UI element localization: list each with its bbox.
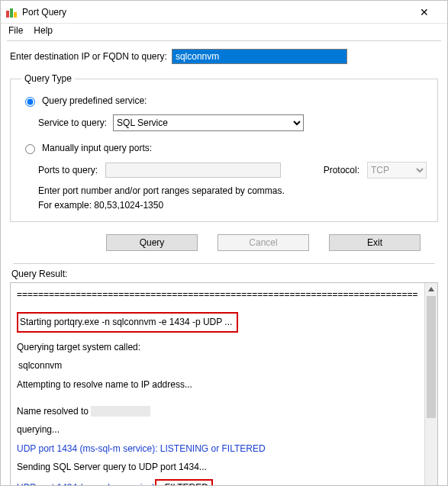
result-label: Query Result: (11, 269, 438, 279)
svg-rect-0 (6, 11, 9, 18)
manual-radio-label: Manually input query ports: (42, 143, 152, 153)
exit-button[interactable]: Exit (329, 234, 421, 251)
ports-input (105, 163, 281, 178)
destination-row: Enter destination IP or FQDN to query: (10, 49, 438, 64)
manual-radio-row: Manually input query ports: (21, 142, 427, 154)
result-box: ========================================… (10, 282, 438, 486)
result-separator-line: ========================================… (17, 288, 418, 302)
close-button[interactable]: ✕ (408, 2, 441, 23)
scroll-up-icon[interactable] (425, 283, 437, 296)
result-udp-filtered-line: UDP port 1434 (ms-sql-m service): FILTER… (17, 479, 418, 486)
highlight-starting-cmd: Starting portqry.exe -n sqlconnvm -e 143… (17, 312, 238, 333)
menu-bar: File Help (1, 24, 447, 39)
svg-rect-2 (14, 12, 17, 18)
predefined-radio-label: Query predefined service: (42, 95, 147, 106)
menu-divider (7, 40, 441, 41)
result-text-area[interactable]: ========================================… (11, 283, 424, 486)
result-resolved-prefix: Name resolved to (17, 406, 91, 417)
destination-label: Enter destination IP or FQDN to query: (10, 51, 167, 62)
ports-hint-2: For example: 80,53,1024-1350 (38, 199, 427, 212)
scroll-track[interactable] (425, 296, 437, 486)
query-type-legend: Query Type (21, 73, 75, 84)
protocol-label: Protocol: (324, 165, 359, 175)
result-starting: Starting portqry.exe -n sqlconnvm -e 143… (20, 317, 232, 327)
predefined-radio[interactable] (25, 97, 35, 107)
section-divider (13, 263, 435, 264)
scrollbar-thumb[interactable] (427, 296, 436, 418)
button-row: Query Cancel Exit (10, 227, 438, 259)
query-type-group: Query Type Query predefined service: Ser… (10, 73, 438, 222)
svg-rect-1 (10, 8, 13, 18)
menu-file[interactable]: File (8, 25, 23, 36)
redacted-ip (91, 406, 150, 417)
ports-row: Ports to query: Protocol: TCP (38, 162, 427, 179)
result-target-name: sqlconnvm (17, 359, 418, 373)
query-button[interactable]: Query (106, 234, 198, 251)
menu-help[interactable]: Help (34, 25, 53, 36)
title-bar: Port Query ✕ (1, 1, 447, 24)
service-select[interactable]: SQL Service (113, 114, 304, 131)
result-sending: Sending SQL Server query to UDP port 143… (17, 460, 418, 475)
result-attempting: Attempting to resolve name to IP address… (17, 378, 418, 392)
window-title: Port Query (22, 7, 408, 18)
result-scrollbar[interactable] (424, 283, 437, 486)
service-label: Service to query: (38, 117, 107, 128)
result-udp-listening: UDP port 1434 (ms-sql-m service): LISTEN… (17, 442, 418, 456)
result-querying-target: Querying target system called: (17, 340, 418, 355)
result-name-resolved: Name resolved to (17, 404, 418, 419)
close-icon: ✕ (420, 7, 429, 18)
highlight-filtered: : FILTERED (155, 479, 213, 486)
protocol-select: TCP (367, 162, 427, 179)
ports-hint-1: Enter port number and/or port ranges sep… (38, 185, 427, 198)
app-icon (5, 6, 18, 18)
manual-radio[interactable] (25, 144, 35, 154)
ports-label: Ports to query: (38, 165, 98, 175)
cancel-button: Cancel (218, 234, 309, 251)
destination-input[interactable] (172, 49, 347, 64)
result-querying: querying... (17, 423, 418, 437)
result-udp-filtered-prefix: UDP port 1434 (ms-sql-m service) (17, 482, 155, 486)
service-row: Service to query: SQL Service (38, 114, 427, 131)
predefined-radio-row: Query predefined service: (21, 95, 427, 107)
